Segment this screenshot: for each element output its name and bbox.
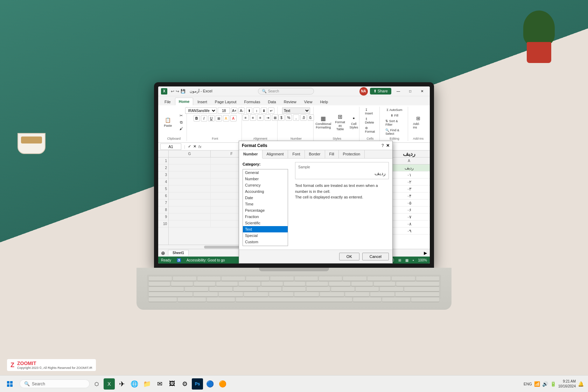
key[interactable] (331, 287, 355, 291)
key[interactable] (294, 292, 318, 296)
cat-number[interactable]: Number (243, 176, 288, 182)
cat-date[interactable]: Date (243, 195, 288, 201)
dialog-help-button[interactable]: ? (382, 143, 384, 148)
taskbar-icon-mail[interactable]: ✉ (154, 378, 165, 390)
decimal-increase-button[interactable]: .0 (300, 114, 307, 121)
align-bottom-button[interactable]: ⬇ (261, 107, 267, 114)
undo-icon[interactable]: ↩ (171, 89, 174, 94)
addins-button[interactable]: ⊞ Add-ins (412, 113, 425, 131)
taskbar-icon-telegram[interactable]: ✈ (116, 378, 127, 390)
italic-button[interactable]: I (201, 115, 207, 121)
key[interactable] (370, 292, 394, 296)
tab-view[interactable]: View (301, 98, 316, 105)
cell-g2[interactable] (169, 164, 211, 171)
key[interactable] (404, 287, 439, 291)
check-icon[interactable]: ✓ (188, 144, 191, 149)
key[interactable] (396, 282, 439, 286)
dialog-tab-number[interactable]: Number (239, 150, 262, 159)
key[interactable] (244, 292, 268, 296)
list-item[interactable]: ۰۹ (388, 227, 430, 234)
key[interactable] (194, 282, 215, 286)
key[interactable] (295, 276, 318, 281)
list-item[interactable]: ۰۴ (388, 192, 430, 200)
decimal-decrease-button[interactable]: 0. (308, 114, 314, 121)
tab-file[interactable]: File (161, 98, 174, 105)
key[interactable] (343, 276, 366, 281)
close-button[interactable]: ✕ (417, 88, 427, 94)
indent-button[interactable]: ⇥ (265, 114, 271, 121)
list-item[interactable]: ۰۲ (388, 178, 430, 186)
font-increase-button[interactable]: A+ (231, 107, 237, 114)
cell-g3[interactable] (169, 172, 211, 178)
key[interactable] (173, 276, 196, 281)
key[interactable] (345, 292, 369, 296)
key[interactable] (149, 276, 172, 281)
dialog-cancel-button[interactable]: Cancel (362, 253, 389, 260)
percent-button[interactable]: % (286, 114, 292, 121)
key[interactable] (396, 292, 439, 296)
save-icon[interactable]: 💾 (181, 89, 186, 93)
key[interactable] (416, 276, 439, 281)
format-cells-dialog[interactable]: Format Cells ? ✕ Number Alignment Font B… (239, 141, 393, 264)
cell-g1[interactable] (169, 158, 211, 164)
font-color-button[interactable]: A (230, 115, 237, 121)
taskbar-icon-extra1[interactable]: 🔵 (204, 378, 216, 390)
cat-general[interactable]: General (243, 169, 288, 176)
cell-g9[interactable] (169, 214, 211, 220)
maximize-button[interactable]: □ (405, 88, 415, 94)
taskbar-icon-files[interactable]: 📁 (141, 378, 153, 390)
insert-button[interactable]: ↧ Insert (364, 107, 377, 116)
list-item[interactable]: ۰۷ (388, 214, 430, 220)
key[interactable] (171, 282, 192, 286)
conditional-formatting-button[interactable]: ▦ ConditionalFormatting (315, 114, 332, 130)
key[interactable] (178, 298, 206, 302)
key[interactable] (209, 287, 233, 291)
cell-reference-input[interactable] (160, 144, 181, 150)
key[interactable] (149, 298, 177, 302)
key[interactable] (411, 298, 439, 302)
align-left-button[interactable]: ≡ (243, 114, 249, 121)
paste-button[interactable]: 📋 Paste (161, 113, 175, 131)
border-button[interactable]: ⊞ (216, 115, 222, 121)
cat-text[interactable]: Text (243, 226, 288, 232)
dialog-tab-font[interactable]: Font (288, 150, 304, 158)
dialog-ok-button[interactable]: OK (339, 253, 359, 260)
cell-g10[interactable] (169, 220, 211, 227)
dialog-tab-border[interactable]: Border (305, 150, 325, 158)
list-item[interactable]: ردیف (388, 164, 430, 172)
key[interactable] (382, 298, 410, 302)
key[interactable] (380, 287, 403, 291)
new-sheet-button[interactable]: ⊕ (161, 250, 165, 256)
navigate-right-icon[interactable]: ▶ (424, 251, 427, 255)
align-center-button[interactable]: ≡ (250, 114, 256, 121)
cat-scientific[interactable]: Scientific (243, 220, 288, 226)
align-right-button[interactable]: ≡ (257, 114, 264, 121)
dialog-tab-alignment[interactable]: Alignment (262, 150, 288, 158)
key[interactable] (270, 276, 293, 281)
key[interactable] (216, 282, 238, 286)
tab-review[interactable]: Review (280, 98, 300, 105)
key[interactable] (149, 287, 184, 291)
key[interactable] (233, 287, 257, 291)
taskbar-icon-photos[interactable]: 🖼 (167, 378, 178, 390)
taskview-button[interactable]: ⬡ (91, 378, 102, 390)
taskbar-icon-settings[interactable]: ⚙ (179, 378, 190, 390)
comma-button[interactable]: , (293, 114, 299, 121)
taskbar-search[interactable]: 🔍 Search (20, 379, 90, 388)
cell-styles-button[interactable]: ▪ CellStyles (349, 114, 359, 130)
redo-icon[interactable]: ↪ (176, 89, 179, 94)
cell-g4[interactable] (169, 178, 211, 185)
cat-time[interactable]: Time (243, 201, 288, 207)
key[interactable] (258, 287, 281, 291)
key[interactable] (219, 292, 243, 296)
key[interactable] (269, 292, 293, 296)
windows-start-button[interactable] (4, 378, 15, 390)
key[interactable] (320, 292, 344, 296)
font-name-select[interactable]: IRANSansWeb (185, 107, 217, 114)
tab-home[interactable]: Home (175, 98, 194, 105)
key[interactable] (282, 287, 306, 291)
cell-g7[interactable] (169, 200, 211, 206)
title-search[interactable]: 🔍 Search (258, 88, 314, 94)
cat-percentage[interactable]: Percentage (243, 207, 288, 214)
key[interactable] (185, 287, 208, 291)
